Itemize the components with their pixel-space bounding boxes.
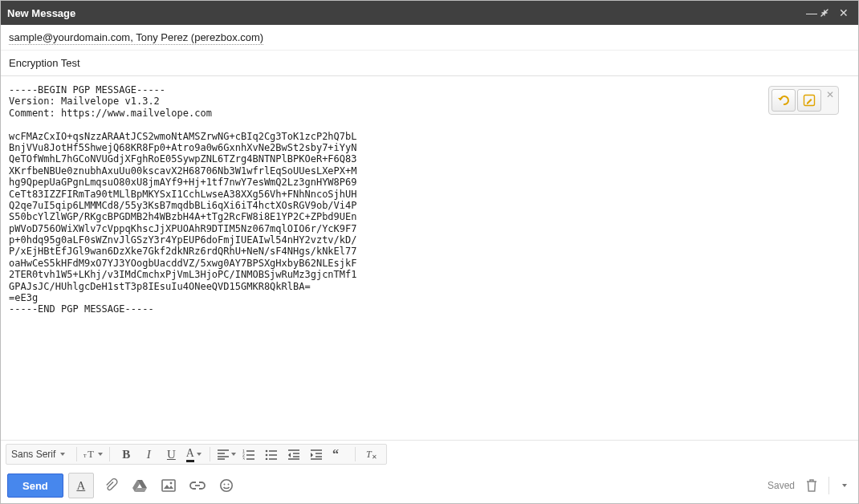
text-color-button[interactable]: A [184,445,203,464]
formatting-toolbar: Sans Serif т T B I U A [1,440,858,468]
chevron-down-icon [231,453,236,456]
mailvelope-undo-button[interactable] [771,89,796,112]
remove-formatting-button[interactable]: T ✕ [362,445,381,464]
bottom-bar: Send A [1,468,858,503]
chevron-down-icon [60,453,65,456]
svg-point-16 [227,484,229,486]
svg-text:т: т [83,452,87,459]
subject-text: Encryption Test [9,57,80,69]
attach-file-button[interactable] [99,474,123,498]
align-button[interactable] [217,445,236,464]
bulleted-list-button[interactable] [262,445,281,464]
font-size-button[interactable]: т T [83,445,103,464]
pgp-message-text: -----BEGIN PGP MESSAGE----- Version: Mai… [9,84,850,315]
insert-drive-button[interactable] [128,474,152,498]
bold-button[interactable]: B [116,445,136,464]
svg-rect-12 [162,480,175,491]
more-options-button[interactable] [837,474,852,498]
svg-point-15 [223,484,225,486]
paperclip-icon [104,478,118,493]
mailvelope-toolbar: ✕ [768,86,839,115]
svg-point-8 [266,458,268,460]
font-family-select[interactable]: Sans Serif [11,449,70,460]
svg-point-14 [221,480,232,491]
header-fields: sample@yourdomain.com, Tony Perez (perez… [1,25,858,76]
titlebar: New Message — ✕ [1,1,858,25]
undo-icon [776,94,791,107]
pencil-icon [803,94,816,107]
indent-more-button[interactable] [307,445,326,464]
chevron-down-icon [197,453,202,456]
numbered-list-button[interactable]: 1 2 3 [239,445,259,464]
font-size-icon: т T [83,448,96,461]
quote-button[interactable]: “ [329,445,348,464]
discard-draft-button[interactable] [803,474,820,498]
window-title: New Message [7,7,75,19]
recipients-text: sample@yourdomain.com, Tony Perez (perez… [9,31,263,45]
saved-status: Saved [767,480,795,491]
mailvelope-close-button[interactable]: ✕ [823,89,836,104]
compose-window: New Message — ✕ sample@yourdomain.com, T… [0,0,859,504]
formatting-icon: A [76,479,85,493]
svg-text:T: T [88,449,95,460]
formatting-toggle-button[interactable]: A [68,473,94,498]
align-left-icon [217,449,230,460]
recipients-field[interactable]: sample@yourdomain.com, Tony Perez (perez… [1,25,858,51]
remove-format-icon: T ✕ [365,449,378,460]
popout-button[interactable] [820,8,836,18]
subject-field[interactable]: Encryption Test [1,51,858,75]
chevron-down-icon [98,453,103,456]
body-area[interactable]: -----BEGIN PGP MESSAGE----- Version: Mai… [1,76,858,440]
svg-text:“: “ [332,449,339,460]
indent-more-icon [310,449,323,460]
drive-icon [132,479,147,492]
svg-point-6 [266,450,268,453]
svg-point-13 [169,482,172,485]
emoji-icon [219,478,234,493]
insert-emoji-button[interactable] [214,474,238,498]
insert-photo-button[interactable] [157,474,181,498]
indent-less-button[interactable] [284,445,303,464]
insert-link-button[interactable] [185,474,210,498]
indent-less-icon [287,449,300,460]
chevron-down-icon [842,484,847,487]
svg-text:3: 3 [242,457,245,460]
font-family-label: Sans Serif [11,449,55,460]
mailvelope-edit-button[interactable] [797,89,821,112]
trash-icon [806,479,817,492]
svg-text:✕: ✕ [372,453,377,460]
close-button[interactable]: ✕ [836,6,852,19]
minimize-button[interactable]: — [804,6,820,19]
underline-button[interactable]: U [161,445,181,464]
italic-button[interactable]: I [139,445,158,464]
photo-icon [161,479,176,492]
bulleted-list-icon [265,449,278,460]
numbered-list-icon: 1 2 3 [242,449,255,460]
link-icon [189,481,206,490]
send-button[interactable]: Send [7,474,63,498]
quote-icon: “ [332,449,345,460]
svg-point-7 [266,454,268,457]
